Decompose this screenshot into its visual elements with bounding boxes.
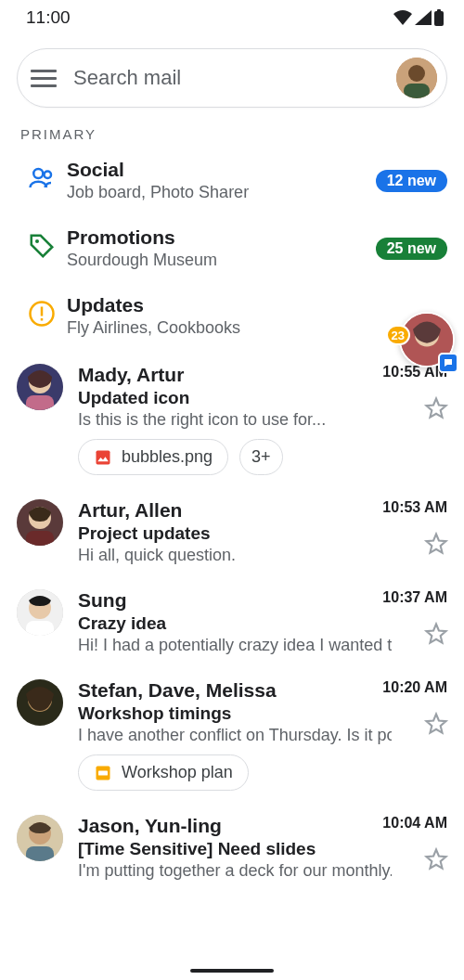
- home-indicator[interactable]: [190, 969, 274, 973]
- email-senders: Jason, Yun-ling: [78, 815, 392, 837]
- email-senders: Mady, Artur: [78, 364, 392, 386]
- star-icon[interactable]: [423, 846, 449, 872]
- svg-rect-9: [41, 307, 44, 316]
- email-item[interactable]: Sung Crazy idea Hi! I had a potentially …: [0, 576, 464, 666]
- search-input[interactable]: Search mail: [73, 66, 396, 90]
- email-snippet: I'm putting together a deck for our mont…: [78, 861, 392, 881]
- star-icon[interactable]: [423, 531, 449, 557]
- email-item[interactable]: Stefan, Dave, Melissa Workshop timings I…: [0, 666, 464, 802]
- svg-rect-1: [437, 9, 441, 12]
- star-icon[interactable]: [423, 621, 449, 647]
- status-time: 11:00: [26, 7, 71, 28]
- wifi-icon: [393, 10, 412, 25]
- star-icon[interactable]: [423, 395, 449, 421]
- tag-icon: [17, 226, 67, 260]
- account-avatar[interactable]: [396, 58, 437, 98]
- chat-icon[interactable]: [438, 353, 458, 373]
- email-subject: Updated icon: [78, 388, 392, 408]
- battery-icon: [434, 9, 444, 26]
- attachment-chip[interactable]: bubbles.png: [78, 439, 228, 475]
- email-subject: Workshop timings: [78, 703, 392, 724]
- email-item[interactable]: Artur, Allen Project updates Hi all, qui…: [0, 486, 464, 576]
- email-subject: Project updates: [78, 523, 392, 544]
- email-item[interactable]: Jason, Yun-ling [Time Sensitive] Need sl…: [0, 802, 464, 892]
- svg-rect-10: [41, 318, 44, 321]
- category-title: Updates: [67, 294, 447, 316]
- svg-point-7: [35, 239, 39, 243]
- email-snippet: Hi all, quick question.: [78, 546, 392, 565]
- category-promotions[interactable]: Promotions Sourdough Museum 25 new: [0, 215, 464, 283]
- sender-avatar[interactable]: [17, 364, 63, 410]
- category-subtitle: Job board, Photo Sharer: [67, 183, 376, 202]
- new-badge: 12 new: [376, 170, 447, 192]
- svg-rect-24: [98, 770, 108, 775]
- attachment-chip[interactable]: Workshop plan: [78, 754, 249, 791]
- email-snippet: Hi! I had a potentially crazy idea I wan…: [78, 636, 392, 655]
- status-bar: 11:00: [0, 0, 464, 28]
- email-item[interactable]: Mady, Artur Updated icon Is this is the …: [0, 351, 464, 486]
- svg-rect-0: [434, 11, 444, 26]
- category-social[interactable]: Social Job board, Photo Sharer 12 new: [0, 148, 464, 215]
- category-subtitle: Sourdough Museum: [67, 251, 376, 270]
- chat-head-count: 23: [386, 325, 410, 345]
- search-bar[interactable]: Search mail: [17, 48, 447, 108]
- email-snippet: Is this is the right icon to use for...: [78, 410, 392, 430]
- status-icons: [393, 9, 444, 26]
- people-icon: [17, 159, 67, 192]
- svg-point-3: [408, 65, 425, 82]
- email-subject: [Time Sensitive] Need slides: [78, 839, 392, 859]
- menu-icon[interactable]: [31, 65, 57, 91]
- svg-point-5: [33, 169, 43, 178]
- sender-avatar[interactable]: [17, 589, 63, 636]
- sender-avatar[interactable]: [17, 679, 63, 726]
- category-title: Promotions: [67, 226, 376, 249]
- new-badge: 25 new: [376, 238, 447, 260]
- email-snippet: I have another conflict on Thursday. Is …: [78, 726, 392, 745]
- star-icon[interactable]: [423, 711, 449, 737]
- svg-rect-17: [26, 531, 54, 546]
- email-senders: Sung: [78, 589, 392, 612]
- email-time: 10:53 AM: [382, 499, 447, 516]
- email-time: 10:04 AM: [382, 815, 447, 832]
- sender-avatar[interactable]: [17, 499, 63, 546]
- svg-point-6: [45, 172, 52, 179]
- email-time: 10:37 AM: [382, 589, 447, 606]
- attachment-label: bubbles.png: [122, 447, 213, 467]
- email-senders: Stefan, Dave, Melissa: [78, 679, 392, 702]
- attachment-label: Workshop plan: [122, 763, 233, 782]
- category-title: Social: [67, 159, 376, 181]
- attachment-more[interactable]: 3+: [239, 439, 283, 475]
- svg-rect-14: [97, 450, 110, 464]
- email-senders: Artur, Allen: [78, 499, 392, 522]
- section-label: PRIMARY: [0, 117, 464, 148]
- svg-rect-20: [26, 621, 54, 636]
- svg-rect-27: [26, 846, 54, 861]
- svg-rect-13: [26, 395, 54, 410]
- info-icon: [17, 294, 67, 328]
- cellular-icon: [415, 10, 432, 25]
- sender-avatar[interactable]: [17, 815, 63, 861]
- mail-list[interactable]: Social Job board, Photo Sharer 12 new Pr…: [0, 148, 464, 892]
- email-time: 10:20 AM: [382, 679, 447, 696]
- slides-icon: [94, 764, 112, 782]
- email-subject: Crazy idea: [78, 613, 392, 634]
- svg-rect-4: [404, 84, 430, 98]
- image-icon: [94, 448, 112, 467]
